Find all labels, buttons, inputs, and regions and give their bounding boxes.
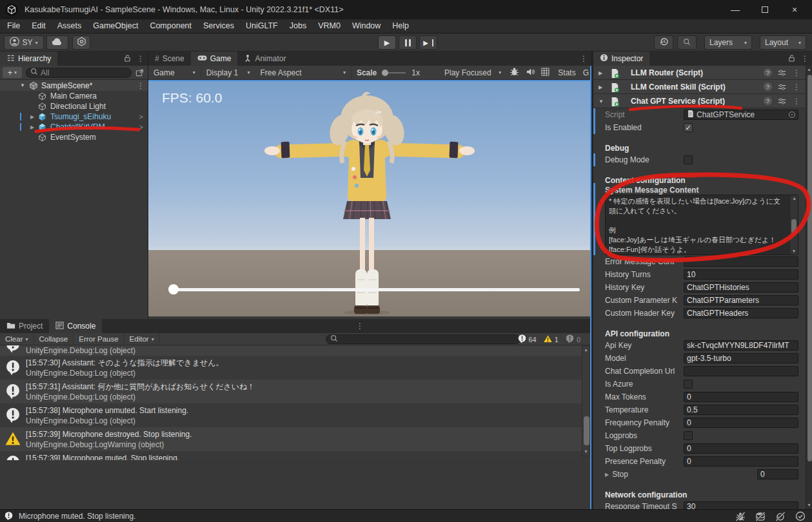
display-dropdown[interactable]: Display 1▾ xyxy=(201,66,255,80)
collapse-button[interactable]: Collapse xyxy=(34,333,74,345)
console-entry-2[interactable]: [15:57:31] Assistant: 何か他に質問があればお知らせください… xyxy=(0,380,582,403)
stats-button[interactable]: Stats xyxy=(553,66,580,80)
presets-icon[interactable] xyxy=(778,97,786,105)
textarea-content[interactable]: * 特定の感情を表現したい場合は[face:Joy]のように文頭に入れてください… xyxy=(605,195,798,255)
text-field-model[interactable]: gpt-3.5-turbo xyxy=(684,353,798,363)
console-entry-1[interactable]: [15:57:30] Assistant: そのような指示は理解できません。Un… xyxy=(0,356,582,380)
tab-console[interactable]: Console xyxy=(49,319,102,333)
checkbox-logprobs[interactable] xyxy=(684,431,693,440)
foldout-closed-icon[interactable]: ▶ xyxy=(599,70,602,76)
vsync-grid-button[interactable] xyxy=(538,66,553,80)
checkbox-is-enabled[interactable]: ✓ xyxy=(684,123,693,132)
tab-scene[interactable]: # Scene xyxy=(148,52,191,66)
object-picker-icon[interactable] xyxy=(789,111,795,118)
lock-icon[interactable] xyxy=(124,54,131,64)
play-button[interactable]: ▶ xyxy=(378,35,396,50)
text-field-frequency-penalty[interactable]: 0 xyxy=(684,418,798,428)
scroll-thumb[interactable] xyxy=(791,219,797,235)
hierarchy-item-chatdollkitvrm[interactable]: ▶ChatdollKitVRM> xyxy=(0,122,148,132)
step-button[interactable]: ▶ xyxy=(419,35,437,50)
text-field-response-timeout-s[interactable]: 30 xyxy=(684,501,798,509)
services-hub-button[interactable] xyxy=(72,35,90,50)
text-field-custom-header-key[interactable]: ChatGPTHeaders xyxy=(684,308,798,318)
scroll-down-icon[interactable]: ▼ xyxy=(807,501,811,509)
checkbox-debug-mode[interactable] xyxy=(684,155,693,164)
hierarchy-scene-row[interactable]: ▼SampleScene*⋮ xyxy=(0,80,148,91)
code-ready-icon[interactable] xyxy=(795,511,806,521)
prefab-open-chevron-icon[interactable]: > xyxy=(139,123,143,131)
hierarchy-item-main-camera[interactable]: Main Camera xyxy=(0,91,148,101)
layout-dropdown[interactable]: Layout ▾ xyxy=(760,35,806,50)
minimize-button[interactable]: — xyxy=(720,0,750,19)
popout-icon[interactable] xyxy=(135,69,144,77)
console-entry-5[interactable]: [15:57:39] Microphone muted. Stop listen… xyxy=(0,451,582,460)
play-focused-dropdown[interactable]: Play Focused▾ xyxy=(439,66,506,80)
text-field-history-turns[interactable]: 10 xyxy=(684,269,798,280)
account-button[interactable]: SY ▾ xyxy=(4,35,44,50)
error-pause-button[interactable]: Error Pause xyxy=(74,333,124,345)
object-field-script[interactable]: ChatGPTService xyxy=(684,110,798,120)
foldout-closed-icon[interactable]: ▶ xyxy=(605,472,609,478)
hierarchy-item-tsumugi-seihuku[interactable]: ▶Tsumugi_sEihuku> xyxy=(0,111,148,122)
text-field-api-key[interactable]: sk-cTvqcMYYN9L8DF47ilrMT xyxy=(684,340,798,351)
cache-disabled-icon[interactable] xyxy=(755,512,766,521)
scroll-up-icon[interactable]: ▼ xyxy=(807,66,811,73)
mute-audio-button[interactable] xyxy=(522,66,538,80)
expand-arrow-icon[interactable]: ▶ xyxy=(30,114,34,120)
layers-dropdown[interactable]: Layers ▾ xyxy=(704,35,752,50)
menu-edit[interactable]: Edit xyxy=(26,19,52,33)
menu-component[interactable]: Component xyxy=(144,19,197,33)
kebab-menu-icon[interactable]: ⋮ xyxy=(793,97,800,106)
error-count-toggle[interactable]: 0 xyxy=(565,334,580,345)
array-size-field[interactable]: 0 xyxy=(757,469,798,479)
component-header-llm-router-script[interactable]: ▶LLM Router (Script)?⋮ xyxy=(593,66,806,80)
editor-dropdown[interactable]: Editor▾ xyxy=(124,333,160,345)
tab-hierarchy[interactable]: Hierarchy xyxy=(0,52,57,66)
kebab-menu-icon[interactable]: ⋮ xyxy=(793,82,800,92)
tab-inspector[interactable]: Inspector xyxy=(593,52,649,66)
system-message-textarea[interactable]: * 特定の感情を表現したい場合は[face:Joy]のように文頭に入れてください… xyxy=(605,195,798,255)
menu-vrm0[interactable]: VRM0 xyxy=(312,19,346,33)
scroll-thumb[interactable] xyxy=(807,75,812,461)
text-field-custom-parameter-k[interactable]: ChatGPTParameters xyxy=(684,295,798,305)
foldout-closed-icon[interactable]: ▶ xyxy=(599,84,602,90)
text-field-presence-penalty[interactable]: 0 xyxy=(684,456,798,467)
console-search-input[interactable] xyxy=(326,334,520,344)
tab-project[interactable]: Project xyxy=(0,319,49,333)
kebab-menu-icon[interactable]: ⋮ xyxy=(137,81,144,90)
auto-refresh-disabled-icon[interactable] xyxy=(775,512,786,521)
menu-help[interactable]: Help xyxy=(386,19,415,33)
scroll-up-icon[interactable]: ▼ xyxy=(792,195,797,202)
pause-button[interactable] xyxy=(399,35,417,50)
hierarchy-search-input[interactable]: All xyxy=(26,68,132,78)
scale-slider-knob[interactable] xyxy=(382,70,388,76)
text-field-chat-completion-url[interactable] xyxy=(684,366,798,376)
gizmos-button[interactable]: G xyxy=(581,66,591,80)
help-icon[interactable]: ? xyxy=(764,97,772,105)
info-count-toggle[interactable]: 64 xyxy=(517,334,537,345)
cloud-button[interactable] xyxy=(46,35,68,50)
scale-slider[interactable] xyxy=(382,72,406,73)
debugger-disabled-icon[interactable] xyxy=(735,512,746,521)
menu-window[interactable]: Window xyxy=(346,19,386,33)
tab-animator[interactable]: Animator xyxy=(237,52,292,66)
ingame-slider-knob[interactable] xyxy=(168,284,179,295)
hierarchy-item-directional-light[interactable]: Directional Light xyxy=(0,101,148,111)
text-field-error-message-cont[interactable] xyxy=(684,256,798,267)
debug-bug-button[interactable] xyxy=(506,66,522,80)
component-header-llm-content-skill-script[interactable]: ▶LLM Content Skill (Script)?⋮ xyxy=(593,80,806,94)
kebab-menu-icon[interactable]: ⋮ xyxy=(356,322,364,331)
global-search-button[interactable] xyxy=(677,35,697,50)
add-object-button[interactable]: + ▾ xyxy=(3,67,22,78)
scroll-up-icon[interactable]: ▼ xyxy=(584,346,588,354)
lock-icon[interactable] xyxy=(788,54,795,64)
ingame-volume-slider[interactable] xyxy=(170,288,580,291)
text-field-top-logprobs[interactable]: 0 xyxy=(684,443,798,454)
kebab-menu-icon[interactable]: ⋮ xyxy=(801,54,809,63)
menu-jobs[interactable]: Jobs xyxy=(284,19,312,33)
display-target-dropdown[interactable]: Game▾ xyxy=(148,66,201,80)
foldout-open-icon[interactable]: ▼ xyxy=(20,82,25,88)
text-field-temperature[interactable]: 0.5 xyxy=(684,405,798,415)
presets-icon[interactable] xyxy=(778,69,786,77)
close-button[interactable]: × xyxy=(780,0,809,19)
